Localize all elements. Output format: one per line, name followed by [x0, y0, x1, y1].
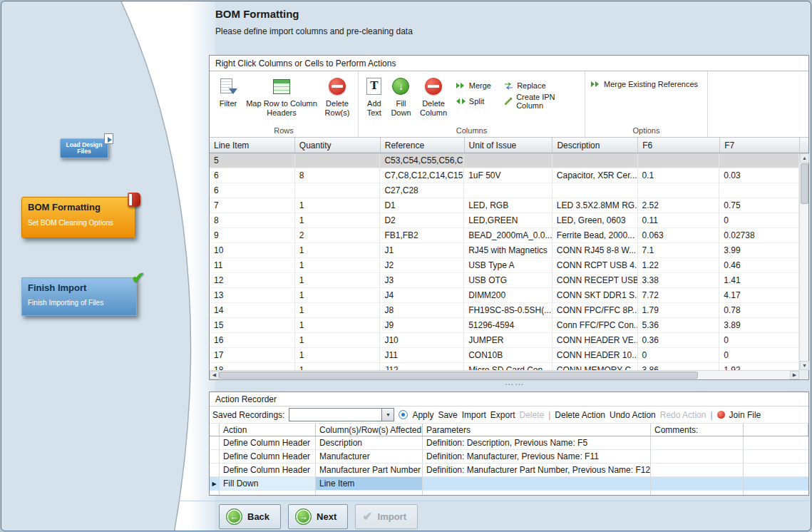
join-file-button[interactable]: Join File	[729, 410, 761, 420]
undo-action-button[interactable]: Undo Action	[610, 410, 656, 420]
delete-rows-button[interactable]: Delete Row(s)	[319, 74, 355, 119]
table-cell[interactable]: 1.92	[719, 363, 799, 370]
recorder-cell[interactable]: Define Column Header	[220, 450, 316, 464]
table-cell[interactable]: 0.03	[719, 168, 799, 183]
grid-column-header[interactable]: F7	[720, 138, 800, 153]
delete-column-button[interactable]: Delete Column	[415, 74, 452, 119]
table-row[interactable]: 141J8FH19SC-8S-0.5SH(...CONN FPC/FFC 8P.…	[210, 303, 799, 318]
table-cell[interactable]: 3.99	[719, 243, 799, 258]
table-row[interactable]: 101J1RJ45 with MagneticsCONN RJ45 8-8 W.…	[210, 243, 799, 258]
table-cell[interactable]: 0.1	[638, 168, 720, 183]
table-cell[interactable]: J3	[380, 273, 464, 288]
table-cell[interactable]: 9	[210, 228, 295, 243]
create-ipn-column-button[interactable]: Create IPN Column	[504, 96, 583, 107]
next-button[interactable]: → Next	[288, 504, 348, 529]
table-cell[interactable]	[464, 153, 553, 168]
recorder-column-header[interactable]: Parameters	[423, 424, 651, 436]
fill-down-button[interactable]: ↓ Fill Down	[387, 74, 416, 119]
recorder-cell[interactable]	[651, 436, 744, 450]
table-cell[interactable]: 1	[295, 198, 381, 213]
table-cell[interactable]: CONN HEADER 10...	[553, 348, 638, 363]
table-cell[interactable]: 6	[210, 168, 295, 183]
recorder-cell[interactable]: Manufacturer	[316, 450, 423, 464]
table-cell[interactable]	[719, 183, 799, 198]
recorder-row[interactable]: Define Column HeaderManufacturer Part Nu…	[210, 464, 808, 477]
table-cell[interactable]: Capacitor, X5R Cer...	[553, 168, 638, 183]
table-cell[interactable]: RJ45 with Magnetics	[464, 243, 553, 258]
table-cell[interactable]: 2.52	[638, 198, 720, 213]
table-cell[interactable]: C27,C28	[380, 183, 464, 198]
split-button[interactable]: Split	[456, 96, 500, 107]
recorder-cell[interactable]	[423, 477, 651, 491]
table-cell[interactable]: 0.02738	[719, 228, 799, 243]
table-cell[interactable]: 8	[295, 168, 381, 183]
save-button[interactable]: Save	[438, 410, 457, 420]
recorder-cell[interactable]: Definition: Manufacturer Part Number, Pr…	[423, 464, 651, 477]
recorder-cell[interactable]	[651, 450, 744, 464]
table-cell[interactable]: CONN RECEPT USB...	[553, 273, 638, 288]
table-cell[interactable]: 15	[210, 318, 295, 333]
table-cell[interactable]: 0.36	[638, 333, 720, 348]
table-cell[interactable]: 11	[210, 258, 295, 273]
table-cell[interactable]: 51296-4594	[464, 318, 553, 333]
table-cell[interactable]: CONN FPC/FFC 8P...	[553, 303, 638, 318]
table-cell[interactable]	[295, 183, 381, 198]
table-cell[interactable]: 0.75	[719, 198, 799, 213]
recorder-column-header[interactable]: Comments:	[651, 424, 744, 436]
scroll-down-button[interactable]: ▼	[800, 361, 809, 370]
table-cell[interactable]: C7,C8,C12,C14,C15,...	[380, 168, 464, 183]
table-row[interactable]: 81D2LED,GREENLED, Green, 06030.110	[210, 213, 799, 228]
table-cell[interactable]: 4.17	[719, 288, 799, 303]
table-cell[interactable]: 1	[295, 288, 381, 303]
table-cell[interactable]: CONN HEADER VE...	[553, 333, 638, 348]
table-row[interactable]: 5C53,C54,C55,C56,C...	[210, 153, 799, 168]
table-cell[interactable]: 2	[295, 228, 381, 243]
table-cell[interactable]	[638, 183, 720, 198]
table-row[interactable]: 121J3USB OTGCONN RECEPT USB...3.381.41	[210, 273, 799, 288]
table-row[interactable]: 171J11CON10BCONN HEADER 10...00	[210, 348, 799, 363]
step-bom-formatting[interactable]: BOM Formatting Set BOM Cleaning Options	[21, 197, 135, 238]
grid-column-header[interactable]: Quantity	[295, 138, 381, 153]
vertical-scroll-thumb[interactable]	[801, 163, 808, 204]
table-cell[interactable]	[295, 153, 381, 168]
recorder-cell[interactable]: Definition: Manufacturer, Previous Name:…	[423, 450, 651, 464]
table-cell[interactable]: CONN MEMORY C...	[553, 363, 638, 370]
table-cell[interactable]	[719, 153, 799, 168]
table-cell[interactable]: 1	[295, 273, 381, 288]
filter-button[interactable]: Filter	[212, 74, 244, 111]
combobox-dropdown-icon[interactable]: ▼	[381, 409, 394, 421]
table-cell[interactable]: 0.46	[719, 258, 799, 273]
table-row[interactable]: 6C27,C28	[210, 183, 799, 198]
recorder-cell[interactable]: Definition: Description, Previous Name: …	[423, 436, 651, 450]
table-cell[interactable]: 1	[295, 318, 381, 333]
recorder-row[interactable]: Define Column HeaderDescriptionDefinitio…	[210, 436, 808, 450]
table-cell[interactable]: J10	[380, 333, 464, 348]
table-cell[interactable]: LED 3.5X2.8MM RG...	[553, 198, 638, 213]
recorder-cell[interactable]: Manufacturer Part Number	[316, 464, 423, 477]
scroll-up-button[interactable]: ▲	[800, 153, 809, 163]
table-cell[interactable]: 1uF 50V	[464, 168, 553, 183]
table-cell[interactable]: 7.72	[638, 288, 720, 303]
table-cell[interactable]: BEAD_2000mA_0.0...	[464, 228, 553, 243]
table-cell[interactable]: 7	[210, 198, 295, 213]
back-button[interactable]: ← Back	[219, 504, 281, 529]
table-cell[interactable]: CON10B	[464, 348, 553, 363]
table-cell[interactable]: J4	[380, 288, 464, 303]
horizontal-scrollbar[interactable]: ◀ ▶	[210, 370, 799, 379]
table-cell[interactable]: D1	[380, 198, 464, 213]
saved-recordings-combobox[interactable]: ▼	[289, 408, 394, 421]
merge-button[interactable]: Merge	[456, 80, 500, 91]
table-cell[interactable]: Ferrite Bead, 2000...	[553, 228, 638, 243]
scroll-right-button[interactable]: ▶	[790, 371, 799, 379]
table-row[interactable]: 181J12Micro SD Card Con...CONN MEMORY C.…	[210, 363, 799, 370]
grid-column-header[interactable]: Reference	[381, 138, 465, 153]
table-cell[interactable]: JUMPER	[464, 333, 553, 348]
add-text-button[interactable]: T Add Text	[361, 74, 387, 119]
table-cell[interactable]: 1	[295, 348, 381, 363]
table-cell[interactable]: J12	[380, 363, 464, 370]
table-cell[interactable]	[553, 183, 638, 198]
table-cell[interactable]: 12	[210, 273, 295, 288]
step-load-design-files[interactable]: Load Design Files	[60, 138, 108, 158]
table-cell[interactable]: 1	[295, 363, 381, 370]
table-cell[interactable]: J11	[380, 348, 464, 363]
